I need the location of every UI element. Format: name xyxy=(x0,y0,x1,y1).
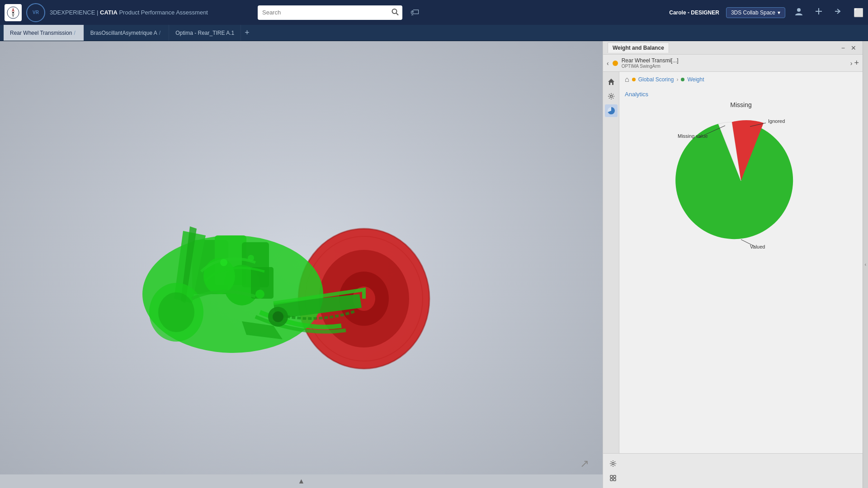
breadcrumb-path: ⌂ Global Scoring › Weight xyxy=(625,75,857,84)
panel-minimize-button[interactable]: − xyxy=(840,44,847,52)
user-profile-button[interactable] xyxy=(792,5,806,20)
cursor-indicator: ↗ xyxy=(580,457,589,470)
user-info: Carole - DESIGNER xyxy=(669,9,719,16)
panel-status-dot xyxy=(613,61,618,66)
footer-gear-button[interactable] xyxy=(607,457,619,470)
svg-point-36 xyxy=(612,463,614,465)
svg-point-23 xyxy=(273,311,283,322)
collapse-handle[interactable]: ‹ xyxy=(863,41,868,488)
svg-point-20 xyxy=(203,258,235,294)
svg-rect-39 xyxy=(610,479,613,481)
missing-title: Missing xyxy=(625,101,857,108)
breadcrumb-weight-link[interactable]: Weight xyxy=(687,76,704,83)
search-input[interactable] xyxy=(258,5,402,20)
app-title: 3DEXPERIENCE | CATIA Product Performance… xyxy=(50,9,208,16)
panel-footer xyxy=(603,453,863,488)
panel-nav-left-button[interactable]: ‹ xyxy=(607,60,609,67)
breadcrumb-arrow-icon: › xyxy=(676,76,678,83)
tab-rear-wheel[interactable]: Rear Wheel Transmission / xyxy=(4,25,84,41)
add-tab-button[interactable]: + xyxy=(241,28,253,38)
panel-add-button[interactable]: + xyxy=(854,58,859,68)
tab-optima[interactable]: Optima - Rear_TIRE A.1 xyxy=(169,25,241,41)
svg-text:Missing value: Missing value xyxy=(678,133,708,139)
panel-nav-right-button[interactable]: › xyxy=(850,60,853,67)
sidebar-pie-chart-button[interactable] xyxy=(605,104,618,117)
tab-separator: / xyxy=(74,30,75,36)
breadcrumb-weight-dot xyxy=(681,78,684,81)
sidebar-home-button[interactable] xyxy=(605,75,618,88)
panel-sub-text: OPTIMA SwingArm xyxy=(622,64,849,69)
panel-toolbar: ‹ Rear Wheel Transmi[...] OPTIMA SwingAr… xyxy=(603,55,863,72)
analytics-title: Analytics xyxy=(625,91,857,98)
tab-separator2: / xyxy=(159,30,160,36)
pie-chart: Ignored Missing value Valued xyxy=(673,113,809,249)
tag-icon[interactable]: 🏷 xyxy=(410,7,420,18)
svg-point-26 xyxy=(255,290,264,299)
breadcrumb-home-icon[interactable]: ⌂ xyxy=(625,75,629,84)
svg-point-4 xyxy=(797,8,801,12)
status-arrow[interactable]: ▲ xyxy=(298,477,305,485)
collab-space-button[interactable]: 3DS Collab Space ▾ xyxy=(726,7,785,18)
svg-line-3 xyxy=(396,13,398,15)
statusbar: ▲ xyxy=(0,474,603,488)
footer-settings-button[interactable] xyxy=(607,472,619,484)
3d-viewport[interactable]: ▲ ↗ xyxy=(0,41,603,488)
svg-point-24 xyxy=(220,259,227,266)
breadcrumb-global-dot xyxy=(632,78,636,81)
panel-close-button[interactable]: ✕ xyxy=(849,44,858,52)
maximize-button[interactable]: ⬜ xyxy=(854,8,863,18)
share-button[interactable] xyxy=(832,5,844,20)
svg-point-25 xyxy=(248,255,254,261)
compass-logo[interactable] xyxy=(5,4,22,21)
svg-point-18 xyxy=(158,292,194,332)
svg-rect-37 xyxy=(610,475,613,478)
motorcycle-model xyxy=(102,141,441,389)
svg-text:Valued: Valued xyxy=(750,244,765,249)
breadcrumb-global-link[interactable]: Global Scoring xyxy=(638,76,674,83)
panel-content: ⌂ Global Scoring › Weight Analytics Miss… xyxy=(619,72,863,453)
svg-rect-40 xyxy=(613,479,616,481)
panel-sidebar xyxy=(603,72,619,453)
add-button[interactable] xyxy=(812,5,825,20)
search-button[interactable] xyxy=(392,8,399,17)
svg-rect-38 xyxy=(613,475,616,478)
panel-header: Weight and Balance − ✕ xyxy=(603,41,863,55)
tab-bras-oscillant[interactable]: BrasOscillantAsymetrique A / xyxy=(84,25,169,41)
vr-badge[interactable]: VR xyxy=(26,3,45,22)
svg-point-2 xyxy=(392,9,396,14)
svg-point-1 xyxy=(12,12,14,14)
weight-balance-panel: Weight and Balance − ✕ ‹ Rear Wheel Tran… xyxy=(603,41,863,488)
panel-breadcrumb-text: Rear Wheel Transmi[...] xyxy=(622,57,849,64)
sidebar-settings-button[interactable] xyxy=(605,90,618,103)
analytics-section: Analytics Missing xyxy=(625,89,857,250)
svg-point-27 xyxy=(610,95,612,98)
svg-text:Ignored: Ignored xyxy=(768,118,785,124)
panel-title[interactable]: Weight and Balance xyxy=(608,42,669,53)
